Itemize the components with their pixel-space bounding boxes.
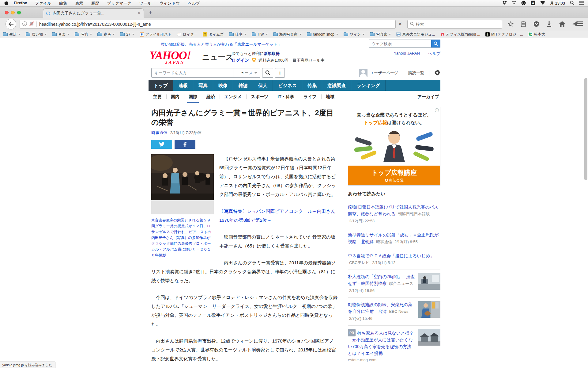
- close-window-button[interactable]: [5, 11, 9, 14]
- news-search-field[interactable]: ニュース: [151, 68, 260, 78]
- menu-firefox[interactable]: Firefox: [14, 1, 27, 6]
- related-item-title[interactable]: 新型弾道ミサイルの試射「成功」＝金正恩氏が視察―北朝鮮: [348, 232, 439, 244]
- bookmark-times[interactable]: Tタイムズ: [203, 32, 224, 37]
- news-search-input[interactable]: [152, 71, 233, 75]
- bookmark-folder-shashin[interactable]: 写真: [75, 32, 92, 37]
- related-item[interactable]: (朝鮮日報日本語版) パリで韓国人観光客のバス襲撃、旅券など奪われる 朝鮮日報日…: [348, 200, 440, 228]
- bookmark-folder-hw[interactable]: HW: [252, 32, 268, 36]
- yahoo-japan-link[interactable]: Yahoo! JAPAN: [394, 51, 420, 56]
- back-button[interactable]: [6, 19, 16, 29]
- bookmark-yahoo-office[interactable]: Y!オフィス版Yahoo! ...: [440, 32, 480, 37]
- nav-tab-top[interactable]: トップ: [149, 80, 173, 91]
- menu-tools[interactable]: ツール: [139, 1, 152, 6]
- menu-bookmarks[interactable]: ブックマーク: [107, 1, 132, 6]
- zoom-window-button[interactable]: [17, 11, 21, 14]
- yahoo-japan-logo[interactable]: YAHOO! JAPAN: [149, 50, 191, 65]
- bookmark-folder-shigoto[interactable]: 仕事: [229, 32, 247, 37]
- article-source-link[interactable]: 時事通信: [151, 130, 167, 135]
- bookmark-tufs[interactable]: 外東外大言語モジュ...: [396, 32, 435, 37]
- spotlight-icon[interactable]: [570, 1, 574, 6]
- user-page-link[interactable]: ユーザーページ: [370, 70, 398, 76]
- menu-hamburger-icon[interactable]: [576, 21, 583, 27]
- input-source-icon[interactable]: A: [531, 1, 535, 6]
- bookmark-folder-wine[interactable]: ワイン: [344, 32, 365, 37]
- service-title[interactable]: ニュース: [202, 52, 233, 62]
- bookmark-folder-kaigai[interactable]: 海外写真家: [273, 32, 302, 37]
- facebook-share-button[interactable]: [175, 140, 195, 149]
- subnav-keizai[interactable]: 経済: [202, 91, 220, 103]
- creative-cloud-icon[interactable]: [521, 1, 526, 6]
- subscriptions-link[interactable]: 購読一覧: [408, 70, 424, 76]
- display-ad[interactable]: i 真っ当な企業であろうとするほど、 トップ広報は避けられない。: [348, 107, 440, 186]
- tablet-icon[interactable]: [512, 1, 516, 6]
- nav-tab-business[interactable]: ビジネス: [273, 80, 302, 91]
- subnav-it-kagaku[interactable]: IT・科学: [273, 91, 299, 103]
- browser-search-bar[interactable]: [407, 20, 502, 29]
- new-tab-button[interactable]: +: [149, 10, 152, 16]
- subnav-chiiki[interactable]: 地域: [321, 91, 339, 103]
- nav-tab-sokuhou[interactable]: 速報: [173, 80, 193, 91]
- subnav-kokusai[interactable]: 国際: [184, 91, 202, 103]
- related-item-pr[interactable]: PR持ち家ある人は見ないと損？｜元不動産屋が人には言いたくない700万高く家を売…: [348, 326, 440, 367]
- bookmark-folder-27[interactable]: 27: [120, 32, 134, 36]
- bookmark-folder-kaimono[interactable]: 買い物: [26, 32, 47, 37]
- subnav-life[interactable]: ライフ: [299, 91, 321, 103]
- browser-search-input[interactable]: [416, 22, 492, 27]
- related-item[interactable]: 朴大統領の「空白の7時間」 捜査せず＝韓国特別検察 聯合ニュース 2/12(日)…: [348, 270, 440, 298]
- menu-history[interactable]: 履歴: [91, 1, 99, 6]
- web-search-button[interactable]: [431, 40, 440, 48]
- subnav-sports[interactable]: スポーツ: [246, 91, 273, 103]
- bookmark-filepost[interactable]: Fファイルポスト: [140, 32, 172, 37]
- page-info-icon[interactable]: i: [22, 21, 27, 27]
- downloads-icon[interactable]: [546, 19, 552, 29]
- subnav-kokunai[interactable]: 国内: [166, 91, 184, 103]
- bookmark-folder-seikatsu[interactable]: 生活: [3, 32, 21, 37]
- menu-view[interactable]: 表示: [75, 1, 83, 6]
- news-search-scope[interactable]: ニュース: [233, 68, 260, 77]
- notification-center-icon[interactable]: [579, 1, 584, 6]
- subnav-shuyou[interactable]: 主要: [149, 91, 166, 103]
- menubar-clock[interactable]: 月 13:03: [550, 1, 565, 6]
- twitter-share-button[interactable]: [151, 140, 172, 149]
- web-search-input[interactable]: [369, 40, 431, 48]
- nav-tab-shashin[interactable]: 写真: [193, 80, 213, 91]
- bookmark-folder-ongaku[interactable]: 音楽: [52, 32, 70, 37]
- nav-tab-tokushuu[interactable]: 特集: [302, 80, 322, 91]
- archive-link[interactable]: アーカイブ: [417, 94, 440, 100]
- mixed-content-icon[interactable]: [29, 21, 34, 27]
- article-photo[interactable]: [151, 154, 214, 200]
- menu-file[interactable]: ファイル: [35, 1, 51, 6]
- bookmark-folder-shashinka[interactable]: 写真家: [370, 32, 391, 37]
- dropbox-icon[interactable]: [503, 1, 507, 6]
- id-register-link[interactable]: 新規取得: [264, 51, 280, 56]
- browser-tab[interactable]: 内田光子さんにグラミー賞... ✕: [43, 8, 144, 18]
- home-icon[interactable]: [559, 19, 565, 29]
- nav-tab-ranking[interactable]: ランキング: [351, 80, 386, 91]
- login-link[interactable]: ログイン: [232, 58, 249, 63]
- ad-info-icon[interactable]: i: [435, 108, 439, 112]
- related-item[interactable]: 動物保護施設の獣医、安楽死の薬を自分に注射 台湾 BBC News 2/7(火)…: [348, 298, 440, 326]
- settings-gear-icon[interactable]: [434, 70, 440, 77]
- nav-tab-ishikichousa[interactable]: 意識調査: [322, 80, 351, 91]
- subnav-entame[interactable]: エンタメ: [220, 91, 246, 103]
- bookmark-folder-randomshop[interactable]: random shop: [307, 32, 338, 36]
- photo-caption-link[interactable]: 米音楽界最高の栄誉とされる第５９回グラミー賞の授賞式が１２日、ロサンゼルスで行わ…: [151, 217, 214, 258]
- nav-tab-zasshi[interactable]: 雑誌: [233, 80, 253, 91]
- bookmark-reuters[interactable]: ◠ロイター: [177, 32, 198, 37]
- reading-list-icon[interactable]: [520, 19, 527, 29]
- wifi-icon[interactable]: [540, 1, 545, 6]
- help-link[interactable]: ヘルプ: [428, 51, 440, 56]
- stop-button[interactable]: ✕: [398, 21, 402, 27]
- nav-tab-kojin[interactable]: 個人: [253, 80, 273, 91]
- tab-close-button[interactable]: ✕: [138, 11, 141, 15]
- add-topic-button[interactable]: +: [275, 68, 285, 78]
- address-bar[interactable]: i headlines.yahoo.co.jp/hl?a=20170213-00…: [20, 20, 396, 29]
- pocket-shield-icon[interactable]: [533, 19, 540, 29]
- related-item[interactable]: 中３自殺でＰＴＡ総会「担任によるいじめ」 CBCテレビ 2/13(月) 5:12: [348, 249, 440, 270]
- url-text[interactable]: headlines.yahoo.co.jp/hl?a=20170213-0000…: [39, 22, 151, 27]
- menu-window[interactable]: ウインドウ: [160, 1, 180, 6]
- related-item-title[interactable]: 中３自殺でＰＴＡ総会「担任によるいじめ」: [348, 253, 434, 258]
- bookmark-star-icon[interactable]: [507, 19, 514, 29]
- scrollbar-thumb[interactable]: [584, 78, 587, 180]
- bookmark-folder-sankou[interactable]: 参考: [97, 32, 115, 37]
